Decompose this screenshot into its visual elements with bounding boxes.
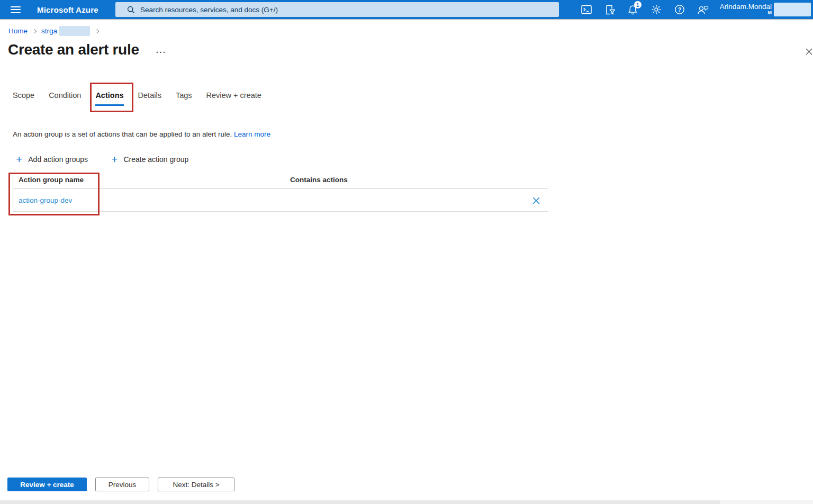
bottom-edge-strip — [0, 500, 813, 504]
action-group-link[interactable]: action-group-dev — [19, 196, 72, 204]
cloud-shell-button[interactable] — [575, 0, 598, 19]
account-menu[interactable]: Arindam.Mondal M — [720, 3, 772, 16]
learn-more-link[interactable]: Learn more — [234, 130, 270, 138]
cloud-shell-icon — [581, 5, 592, 14]
redacted-avatar-area — [774, 3, 811, 16]
svg-text:?: ? — [678, 6, 681, 13]
breadcrumb: Home strga — [8, 26, 100, 36]
add-action-groups-label: Add action groups — [28, 155, 88, 164]
notification-badge: 1 — [634, 1, 642, 8]
bottom-strip-right — [720, 500, 813, 504]
table-row: action-group-dev — [13, 189, 548, 212]
description-text: An action group is a set of actions that… — [13, 130, 232, 138]
search-placeholder: Search resources, services, and docs (G+… — [140, 6, 278, 14]
title-row: Create an alert rule ··· — [8, 41, 166, 58]
directory-filter-icon — [604, 5, 615, 15]
action-group-toolbar: + Add action groups + Create action grou… — [16, 154, 188, 165]
tab-review-create[interactable]: Review + create — [206, 91, 261, 106]
tab-bar: Scope Condition Actions Details Tags Rev… — [13, 91, 261, 106]
hamburger-menu-button[interactable] — [4, 0, 26, 19]
close-icon — [805, 48, 813, 56]
top-bar-right: 1 ? Ar — [575, 0, 813, 19]
page-title: Create an alert rule — [8, 41, 139, 58]
tab-tags[interactable]: Tags — [176, 91, 192, 106]
table-header-row: Action group name Contains actions — [13, 175, 548, 189]
delete-x-icon — [532, 196, 540, 205]
wizard-footer: Review + create Previous Next: Details > — [7, 478, 234, 491]
search-input[interactable]: Search resources, services, and docs (G+… — [115, 2, 559, 17]
add-action-groups-button[interactable]: + Add action groups — [16, 154, 88, 165]
close-blade-button[interactable] — [803, 46, 813, 57]
notifications-button[interactable]: 1 — [621, 0, 645, 19]
feedback-button[interactable] — [691, 0, 715, 19]
chevron-right-icon — [95, 29, 99, 33]
tab-actions[interactable]: Actions — [95, 91, 123, 106]
review-create-button[interactable]: Review + create — [7, 478, 87, 491]
bottom-strip-left — [0, 500, 720, 504]
more-options-icon[interactable]: ··· — [156, 43, 167, 57]
previous-button[interactable]: Previous — [95, 478, 149, 491]
tab-details[interactable]: Details — [138, 91, 161, 106]
next-details-button[interactable]: Next: Details > — [158, 478, 234, 491]
search-icon — [127, 6, 135, 14]
feedback-icon — [697, 5, 709, 15]
gear-icon — [651, 4, 662, 15]
user-directory: M — [768, 11, 772, 16]
help-button[interactable]: ? — [668, 0, 691, 19]
column-header-action-group-name: Action group name — [19, 176, 84, 184]
directory-filter-button[interactable] — [598, 0, 621, 19]
plus-icon: + — [16, 154, 22, 165]
top-bar: Microsoft Azure Search resources, servic… — [0, 0, 813, 19]
breadcrumb-resource-link[interactable]: strga — [41, 27, 57, 35]
breadcrumb-home-link[interactable]: Home — [8, 27, 28, 35]
create-action-group-button[interactable]: + Create action group — [111, 154, 188, 165]
remove-action-group-button[interactable] — [530, 194, 543, 207]
plus-icon: + — [111, 154, 118, 165]
user-name: Arindam.Mondal — [720, 3, 772, 11]
column-header-contains-actions: Contains actions — [290, 176, 348, 184]
help-icon: ? — [674, 4, 685, 15]
chevron-right-icon — [32, 29, 37, 33]
create-action-group-label: Create action group — [123, 155, 188, 164]
action-groups-table: Action group name Contains actions actio… — [13, 175, 548, 212]
actions-description: An action group is a set of actions that… — [13, 130, 270, 138]
tab-scope[interactable]: Scope — [13, 91, 34, 106]
hamburger-icon — [11, 6, 21, 13]
settings-button[interactable] — [645, 0, 668, 19]
azure-portal-page: Microsoft Azure Search resources, servic… — [0, 0, 813, 504]
tab-condition[interactable]: Condition — [49, 91, 81, 106]
redacted-resource-name — [59, 26, 90, 36]
brand-logo[interactable]: Microsoft Azure — [37, 0, 98, 19]
